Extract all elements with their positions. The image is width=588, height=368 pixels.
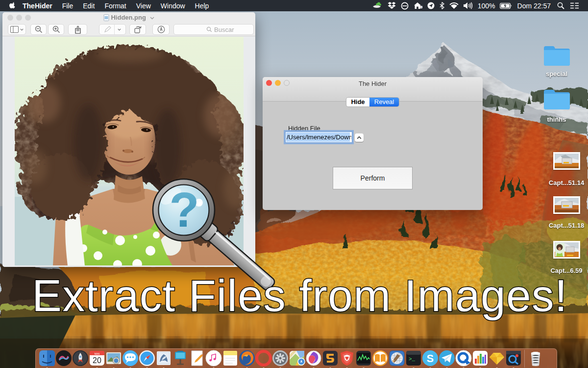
svg-text:S: S xyxy=(427,352,434,365)
svg-text:+: + xyxy=(420,5,422,8)
svg-text:?: ? xyxy=(169,182,199,237)
svg-text:MAI: MAI xyxy=(95,352,100,355)
svg-text:>_: >_ xyxy=(409,356,416,362)
svg-text:20: 20 xyxy=(93,356,101,365)
